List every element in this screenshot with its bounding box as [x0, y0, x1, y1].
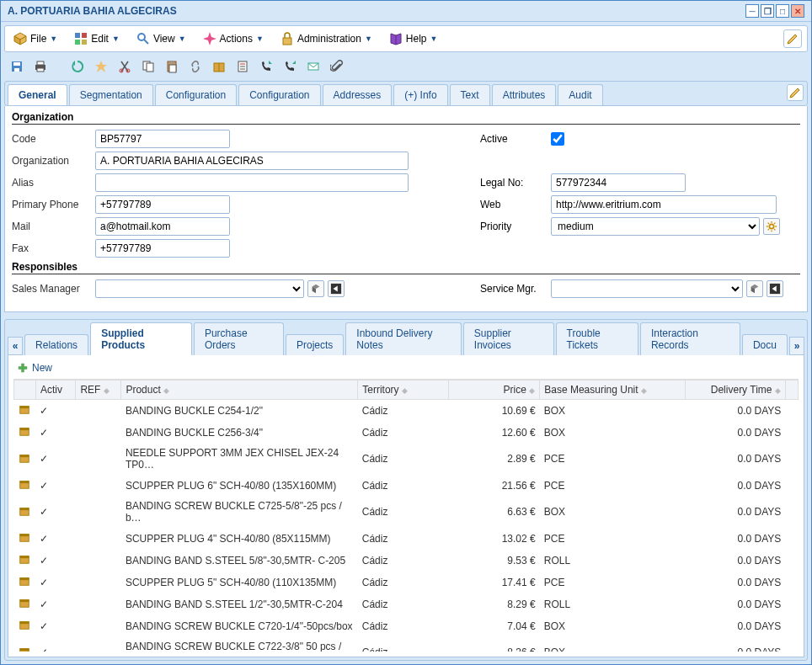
tab-projects[interactable]: Projects: [286, 334, 344, 355]
admin-menu[interactable]: Administration ▼: [277, 30, 376, 47]
caret-icon: ▼: [430, 35, 438, 43]
legal-input[interactable]: [551, 173, 686, 192]
tab-tickets[interactable]: Trouble Tickets: [556, 322, 638, 355]
attach-icon[interactable]: [329, 59, 345, 74]
col-delivery[interactable]: Delivery Time ◆: [686, 380, 786, 400]
edit-menu[interactable]: Edit ▼: [71, 30, 123, 47]
table-row[interactable]: ✓SCUPPER PLUG 5" SCH-40/80 (110X135MM)Cá…: [14, 572, 799, 593]
code-input[interactable]: [95, 130, 230, 148]
tab-interactions[interactable]: Interaction Records: [640, 322, 740, 355]
responsibles-header: Responsibles: [12, 261, 800, 274]
edit-label: Edit: [91, 33, 109, 45]
svg-rect-56: [19, 481, 29, 484]
sales-mgr-open-button[interactable]: [328, 280, 345, 297]
cell-unit: ROLL: [540, 550, 686, 572]
tab-config1[interactable]: Configuration: [155, 84, 237, 105]
cube-icon: [749, 283, 761, 295]
mail-input[interactable]: [95, 217, 230, 236]
maximize-button[interactable]: □: [776, 4, 789, 18]
table-row[interactable]: ✓BANDING SCREW BUCKLE C725-5/8"-25 pcs /…: [14, 497, 799, 528]
priority-select[interactable]: medium: [551, 217, 760, 236]
fax-label: Fax: [12, 242, 92, 254]
tab-inbound[interactable]: Inbound Delivery Notes: [345, 322, 462, 355]
tab-supplied-products[interactable]: Supplied Products: [90, 322, 192, 355]
tab-audit[interactable]: Audit: [558, 84, 602, 105]
tab-config2[interactable]: Configuration: [238, 84, 320, 105]
pencil-button[interactable]: [783, 29, 802, 48]
tab-documents[interactable]: Docu: [742, 334, 788, 355]
grid-scroll[interactable]: Activ REF ◆ Product ◆ Territory ◆ Price …: [13, 379, 799, 652]
col-icon[interactable]: [14, 380, 36, 400]
tab-edit-button[interactable]: [787, 84, 804, 101]
pencil-icon: [786, 32, 799, 45]
refresh-icon[interactable]: [70, 59, 85, 74]
scroll-right-button[interactable]: »: [789, 337, 804, 355]
restore-button[interactable]: ❐: [761, 4, 774, 18]
fax-input[interactable]: [95, 239, 230, 258]
package-icon[interactable]: [211, 59, 227, 74]
paste-icon[interactable]: [164, 59, 179, 74]
svg-rect-60: [19, 535, 29, 537]
actions-menu[interactable]: Actions ▼: [200, 30, 267, 47]
scroll-left-button[interactable]: «: [8, 337, 23, 355]
copy-icon[interactable]: [141, 59, 156, 74]
phone-input[interactable]: [95, 195, 230, 214]
col-active[interactable]: Activ: [35, 380, 76, 400]
table-row[interactable]: ✓BANDING BAND S.STEEL 1/2"-30,5MTR-C-204…: [14, 593, 799, 615]
col-unit[interactable]: Base Measuring Unit ◆: [540, 380, 686, 400]
sales-mgr-search-button[interactable]: [307, 280, 324, 297]
table-row[interactable]: ✓NEEDLE SUPPORT 3MM JEX CHISEL JEX-24 TP…: [14, 444, 799, 475]
service-mgr-select[interactable]: [551, 279, 743, 298]
sales-mgr-select[interactable]: [95, 279, 304, 298]
service-mgr-search-button[interactable]: [746, 280, 763, 297]
file-menu[interactable]: File ▼: [10, 30, 61, 47]
active-checkbox[interactable]: [551, 132, 564, 146]
col-price[interactable]: Price ◆: [449, 380, 540, 400]
link-icon[interactable]: [188, 59, 203, 74]
tab-purchase-orders[interactable]: Purchase Orders: [194, 322, 284, 355]
tab-segmentation[interactable]: Segmentation: [69, 84, 153, 105]
table-row[interactable]: ✓BANDING BAND S.STEEL 5/8"-30,5MTR- C-20…: [14, 550, 799, 572]
cut-icon[interactable]: [117, 59, 132, 74]
tab-invoices[interactable]: Supplier Invoices: [463, 322, 554, 355]
cell-ref: [76, 497, 121, 528]
tab-text[interactable]: Text: [450, 84, 490, 105]
table-row[interactable]: ✓BANDING SCREW BUCKLE C720-1/4"-50pcs/bo…: [14, 615, 799, 637]
phone-out-icon[interactable]: [259, 59, 274, 74]
mail-icon[interactable]: [306, 59, 321, 74]
table-row[interactable]: ✓BANDING BUCKLE C256-3/4"Cádiz12.60 €BOX…: [14, 422, 799, 444]
close-button[interactable]: ✕: [791, 4, 804, 18]
cell-territory: Cádiz: [358, 550, 449, 572]
table-row[interactable]: ✓BANDING BUCKLE C254-1/2"Cádiz10.69 €BOX…: [14, 400, 799, 422]
view-menu[interactable]: View ▼: [133, 30, 190, 47]
window-title: A. PORTUARIA BAHIA ALGECIRAS: [8, 5, 177, 17]
cell-territory: Cádiz: [358, 475, 449, 497]
cell-product: BANDING BAND S.STEEL 5/8"-30,5MTR- C-205: [121, 550, 358, 572]
alias-input[interactable]: [95, 173, 409, 192]
table-row[interactable]: ✓SCUPPER PLUG 6" SCH-40/80 (135X160MM)Cá…: [14, 475, 799, 497]
print-icon[interactable]: [33, 59, 48, 74]
col-product[interactable]: Product ◆: [121, 380, 358, 400]
file-label: File: [30, 33, 46, 45]
minimize-button[interactable]: ─: [745, 4, 759, 18]
save-icon[interactable]: [9, 59, 24, 74]
cell-territory: Cádiz: [358, 637, 449, 652]
tab-plus-info[interactable]: (+) Info: [393, 84, 447, 105]
report-icon[interactable]: [235, 59, 250, 74]
col-ref[interactable]: REF ◆: [76, 380, 121, 400]
table-row[interactable]: ✓BANDING SCREW BUCKLE C722-3/8" 50 pcs /…: [14, 637, 799, 652]
service-mgr-open-button[interactable]: [767, 280, 783, 297]
tab-relations[interactable]: Relations: [24, 334, 88, 355]
new-button[interactable]: New: [13, 360, 799, 375]
org-input[interactable]: [95, 152, 409, 170]
help-menu[interactable]: Help ▼: [386, 30, 441, 47]
priority-lookup-button[interactable]: [763, 218, 780, 235]
tab-addresses[interactable]: Addresses: [323, 84, 393, 105]
tab-attributes[interactable]: Attributes: [492, 84, 557, 105]
col-territory[interactable]: Territory ◆: [358, 380, 449, 400]
web-input[interactable]: [551, 195, 777, 214]
table-row[interactable]: ✓SCUPPER PLUG 4" SCH-40/80 (85X115MM)Cád…: [14, 528, 799, 550]
star-icon[interactable]: [93, 59, 109, 74]
phone-in-icon[interactable]: [282, 59, 297, 74]
tab-general[interactable]: General: [8, 84, 67, 105]
